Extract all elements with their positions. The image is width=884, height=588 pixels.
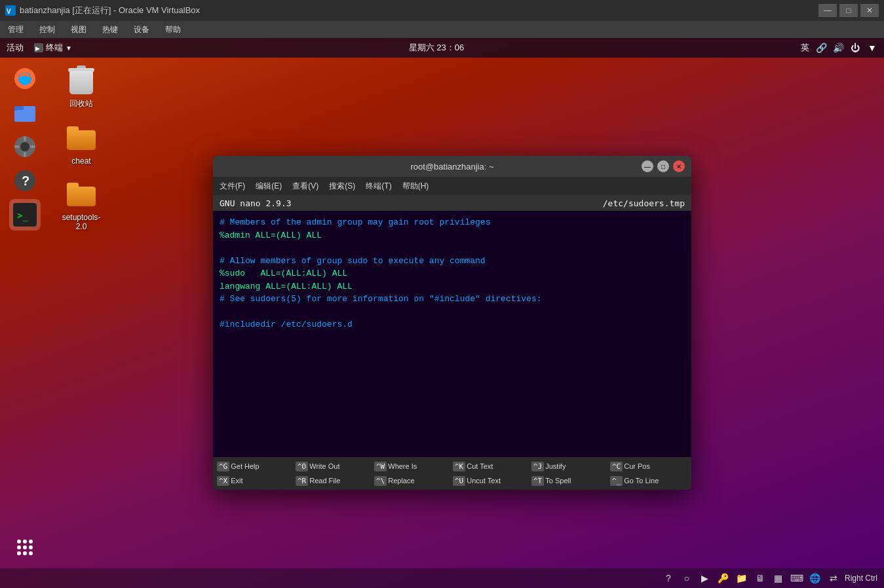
app-grid-icon bbox=[17, 540, 33, 555]
bottom-icon-grid[interactable]: ▦ bbox=[771, 571, 786, 585]
terminal-menu-file[interactable]: 文件(F) bbox=[220, 181, 245, 192]
terminal-small-icon: ▶ bbox=[34, 43, 43, 52]
terminal-menu-view[interactable]: 查看(V) bbox=[292, 181, 318, 192]
vbox-menu-hotkey[interactable]: 热键 bbox=[100, 23, 121, 37]
nano-key-read-file: ^R bbox=[296, 476, 308, 486]
terminal-menu-terminal[interactable]: 终端(T) bbox=[366, 181, 391, 192]
nano-label-write-out: Write Out bbox=[309, 462, 339, 470]
nano-line-7: # See sudoers(5) for more information on… bbox=[220, 293, 685, 306]
ubuntu-bottombar: ? ○ ▶ 🔑 📁 🖥 ▦ ⌨ 🌐 ⇄ Right Ctrl bbox=[0, 568, 884, 588]
nano-label-cut-text: Cut Text bbox=[467, 462, 493, 470]
settings-icon bbox=[13, 135, 37, 158]
desktop-icon-setuptools[interactable]: setuptools-2.0 bbox=[55, 179, 107, 231]
terminal-window-controls: — □ ✕ bbox=[642, 160, 685, 172]
network-icon[interactable]: 🔗 bbox=[816, 43, 826, 53]
power-icon[interactable]: ⏻ bbox=[850, 43, 860, 53]
terminal-dropdown-icon: ▼ bbox=[66, 45, 72, 52]
nano-key-to-spell: ^T bbox=[531, 476, 544, 486]
svg-point-10 bbox=[20, 142, 29, 151]
vbox-close-button[interactable]: ✕ bbox=[860, 4, 879, 17]
nano-shortcut-write-out: ^O Write Out bbox=[296, 462, 373, 471]
nano-key-justify: ^J bbox=[531, 462, 544, 471]
nano-line-9: #includedir /etc/sudoers.d bbox=[220, 318, 685, 331]
nano-key-cur-pos: ^C bbox=[610, 462, 623, 471]
terminal-close-button[interactable]: ✕ bbox=[673, 160, 685, 172]
bottom-icon-folder[interactable]: 📁 bbox=[735, 571, 749, 585]
cheat-folder-label: cheat bbox=[71, 156, 90, 166]
terminal-window-titlebar: root@batianzhanjia: ~ — □ ✕ bbox=[213, 156, 691, 177]
desktop-icons: 回收站 cheat setuptools-2.0 bbox=[55, 64, 107, 231]
dock-app-grid-button[interactable] bbox=[9, 532, 41, 563]
activities-button[interactable]: 活动 bbox=[7, 42, 24, 54]
nano-shortcut-uncut-text: ^U Uncut Text bbox=[453, 476, 530, 486]
nano-label-get-help: Get Help bbox=[231, 462, 259, 470]
terminal-maximize-button[interactable]: □ bbox=[657, 160, 669, 172]
nano-line-2: %admin ALL=(ALL) ALL bbox=[220, 229, 685, 242]
setuptools-folder-icon bbox=[66, 179, 97, 210]
nano-label-replace: Replace bbox=[388, 477, 414, 485]
terminal-minimize-button[interactable]: — bbox=[642, 160, 653, 172]
files-icon bbox=[13, 101, 37, 124]
nano-shortcut-to-spell: ^T To Spell bbox=[531, 476, 609, 486]
bottom-icon-circle[interactable]: ○ bbox=[680, 571, 694, 585]
nano-line-3 bbox=[220, 242, 685, 255]
terminal-menu-edit[interactable]: 编辑(E) bbox=[256, 181, 282, 192]
terminal-window: root@batianzhanjia: ~ — □ ✕ 文件(F) 编辑(E) … bbox=[213, 156, 691, 490]
trash-label: 回收站 bbox=[69, 98, 93, 109]
vbox-titlebar: V batianzhanjia [正在运行] - Oracle VM Virtu… bbox=[0, 0, 884, 21]
bottom-icon-arrow[interactable]: ▶ bbox=[698, 571, 712, 585]
volume-icon[interactable]: 🔊 bbox=[833, 43, 843, 53]
svg-rect-7 bbox=[14, 106, 24, 111]
nano-key-cut-text: ^K bbox=[453, 462, 465, 471]
vbox-menu-manage[interactable]: 管理 bbox=[5, 23, 26, 37]
nano-key-write-out: ^O bbox=[296, 462, 308, 471]
vbox-window-title: batianzhanjia [正在运行] - Oracle VM Virtual… bbox=[20, 5, 818, 16]
bottom-icon-arrows[interactable]: ⇄ bbox=[826, 571, 841, 585]
nano-key-replace: ^\ bbox=[374, 476, 387, 486]
terminal-menu-search[interactable]: 搜索(S) bbox=[329, 181, 355, 192]
svg-rect-13 bbox=[14, 145, 20, 148]
nano-shortcut-cut-text: ^K Cut Text bbox=[453, 462, 530, 471]
terminal-indicator[interactable]: ▶ 终端 ▼ bbox=[34, 42, 72, 54]
nano-header: GNU nano 2.9.3 /etc/sudoers.tmp bbox=[213, 195, 691, 211]
dock-item-settings[interactable] bbox=[9, 131, 41, 162]
vbox-menubar: 管理 控制 视图 热键 设备 帮助 bbox=[0, 21, 884, 38]
bottom-icon-question[interactable]: ? bbox=[661, 571, 676, 585]
desktop-icon-cheat[interactable]: cheat bbox=[55, 122, 107, 166]
nano-key-exit: ^X bbox=[217, 476, 229, 486]
vbox-menu-help[interactable]: 帮助 bbox=[163, 23, 183, 37]
bottom-icon-key[interactable]: 🔑 bbox=[716, 571, 731, 585]
dock-item-terminal[interactable]: >_ bbox=[9, 199, 41, 230]
nano-label-justify: Justify bbox=[545, 462, 566, 470]
vbox-menu-view[interactable]: 视图 bbox=[68, 23, 89, 37]
svg-rect-11 bbox=[24, 136, 26, 141]
nano-label-exit: Exit bbox=[231, 477, 242, 485]
dock-item-firefox[interactable] bbox=[9, 63, 41, 94]
nano-label-where-is: Where Is bbox=[388, 462, 417, 470]
nano-shortcut-cur-pos: ^C Cur Pos bbox=[610, 462, 687, 471]
nano-key-get-help: ^G bbox=[217, 462, 229, 471]
topbar-datetime: 星期六 23：06 bbox=[72, 42, 801, 54]
ubuntu-desktop: 活动 ▶ 终端 ▼ 星期六 23：06 英 🔗 🔊 ⏻ ▼ bbox=[0, 38, 884, 588]
vbox-minimize-button[interactable]: — bbox=[818, 4, 837, 17]
ubuntu-dock: ? >_ bbox=[0, 58, 50, 568]
terminal-menu-help[interactable]: 帮助(H) bbox=[402, 181, 429, 192]
vbox-menu-devices[interactable]: 设备 bbox=[131, 23, 152, 37]
bottom-icon-keyboard[interactable]: ⌨ bbox=[790, 571, 804, 585]
nano-content[interactable]: # Members of the admin group may gain ro… bbox=[213, 211, 691, 457]
dock-item-files[interactable] bbox=[9, 97, 41, 128]
vbox-maximize-button[interactable]: □ bbox=[839, 4, 858, 17]
dock-item-help[interactable]: ? bbox=[9, 165, 41, 196]
trash-icon bbox=[66, 64, 97, 96]
svg-rect-8 bbox=[16, 110, 34, 120]
nano-shortcuts: ^G Get Help ^O Write Out ^W Where Is ^K … bbox=[213, 457, 691, 490]
bottom-icon-network[interactable]: 🌐 bbox=[808, 571, 822, 585]
svg-rect-14 bbox=[30, 145, 35, 148]
nano-header-right: /etc/sudoers.tmp bbox=[603, 198, 685, 208]
svg-text:>_: >_ bbox=[17, 210, 28, 221]
topbar-dropdown-icon[interactable]: ▼ bbox=[867, 43, 877, 53]
lang-indicator[interactable]: 英 bbox=[801, 42, 809, 54]
vbox-menu-control[interactable]: 控制 bbox=[37, 23, 58, 37]
bottom-icon-monitor[interactable]: 🖥 bbox=[753, 571, 767, 585]
desktop-icon-trash[interactable]: 回收站 bbox=[55, 64, 107, 109]
